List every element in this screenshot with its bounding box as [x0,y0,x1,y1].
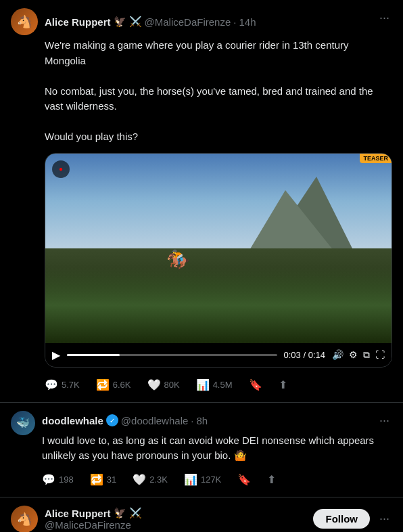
tweet-2: 🐳 doodlewhale ✓ @doodlewhale · 8h ··· I … [0,403,403,497]
like-action[interactable]: 🤍 80K [147,378,180,391]
tweet-2-like-icon: 🤍 [133,473,146,486]
tweet-3-display-name[interactable]: Alice Ruppert [45,508,111,519]
reply-action[interactable]: 💬 5.7K [45,378,80,391]
corner-badge: TEASER [360,154,392,163]
views-count: 4.5M [213,380,233,390]
avatar-alice-3[interactable]: 🐴 [11,506,38,533]
tweet-2-retweet-icon: 🔁 [90,473,103,486]
tweet-2-display-name[interactable]: doodlewhale [42,415,103,426]
tweet-2-views-action[interactable]: 📊 127K [184,473,221,486]
tweet-2-content: doodlewhale ✓ @doodlewhale · 8h ··· I wo… [42,411,392,489]
tweet-2-retweet-action[interactable]: 🔁 31 [90,473,116,486]
reply-count: 5.7K [62,380,80,390]
tweet-1-name-emoji: 🦅 [114,16,126,28]
share-action[interactable]: ⬆ [279,378,287,391]
tweet-2-meta-left: doodlewhale ✓ @doodlewhale · 8h [42,414,208,426]
tweet-1: 🐴 Alice Ruppert 🦅 ⚔️ @MaliceDaFirenze · … [0,0,403,403]
tweet-2-reply-action[interactable]: 💬 198 [42,473,74,486]
pip-icon[interactable]: ⧉ [363,349,370,361]
tweet-2-views-icon: 📊 [184,473,197,486]
share-icon: ⬆ [279,378,287,391]
follow-button[interactable]: Follow [313,509,370,529]
tweet-2-bookmark-action[interactable]: 🔖 [237,473,251,486]
avatar-alice-1[interactable]: 🐴 [11,8,38,35]
bookmark-action[interactable]: 🔖 [249,378,262,391]
reply-icon: 💬 [45,378,58,391]
tweet-2-like-action[interactable]: 🤍 2.3K [133,473,168,486]
like-count: 80K [164,380,180,390]
bookmark-icon: 🔖 [249,378,262,391]
tweet-2-username[interactable]: @doodlewhale [121,415,188,426]
tweet-1-more-button[interactable]: ··· [377,8,392,28]
tweet-1-body: We're making a game where you play a cou… [45,38,392,394]
tweet-1-name-emoji2: ⚔️ [129,16,142,28]
tweet-1-header-left: 🐴 Alice Ruppert 🦅 ⚔️ @MaliceDaFirenze · … [11,8,256,35]
tweet-3-more-button[interactable]: ··· [377,509,392,529]
mountain-2 [245,190,339,258]
retweet-action[interactable]: 🔁 6.6K [96,378,131,391]
video-icon-group: 🔊 ⚙ ⧉ ⛶ [332,349,385,361]
tweet-2-text: I would love to, as long as it can avoid… [42,433,392,464]
tweet-3-name-emoji: 🦅 [114,507,126,519]
fullscreen-icon[interactable]: ⛶ [375,349,385,360]
tweet-1-text: We're making a game where you play a cou… [45,38,392,145]
tweet-2-reply-icon: 💬 [42,473,55,486]
tweet-1-text-line2: No combat, just you, the horse(s) you've… [45,85,373,112]
progress-bar[interactable] [67,354,277,356]
tweet-2-actions: 💬 198 🔁 31 🤍 2.3K 📊 127K 🔖 [42,470,392,489]
like-icon: 🤍 [147,378,161,391]
avatar-doodle[interactable]: 🐳 [11,411,35,435]
video-thumbnail: 🏇 ● TEASER [45,154,392,343]
tweet-3: 🐴 Alice Ruppert 🦅 ⚔️ @MaliceDaFirenze Fo… [0,497,403,533]
views-icon: 📊 [196,378,210,391]
tweet-2-like-count: 2.3K [149,474,168,485]
rider-icon: 🏇 [166,248,190,271]
mountains-bg [45,182,392,258]
grass-overlay [45,267,392,343]
video-controls: ▶ 0:03 / 0:14 🔊 ⚙ ⧉ ⛶ [45,343,392,367]
video-scene: 🏇 [45,154,392,343]
tweet-2-reply-count: 198 [59,474,74,485]
tweet-3-username[interactable]: @MaliceDaFirenze [45,519,142,531]
tweet-2-share-action[interactable]: ⬆ [267,473,276,486]
tweet-3-user-block: Alice Ruppert 🦅 ⚔️ @MaliceDaFirenze Foll… [45,507,392,531]
tweet-1-user-info: Alice Ruppert 🦅 ⚔️ @MaliceDaFirenze · 14… [45,16,256,28]
tweet-2-meta: doodlewhale ✓ @doodlewhale · 8h ··· [42,411,392,430]
tweet-1-text-line1: We're making a game where you play a cou… [45,39,348,66]
retweet-icon: 🔁 [96,378,110,391]
tweet-2-share-icon: ⬆ [267,473,276,486]
video-player[interactable]: 🏇 ● TEASER ▶ 0:03 / 0:14 🔊 [45,153,392,368]
tweet-2-header: 🐳 doodlewhale ✓ @doodlewhale · 8h ··· I … [11,411,392,489]
record-icon: ● [52,160,70,178]
tweet-3-name-emoji2: ⚔️ [129,507,142,519]
tweet-2-bookmark-icon: 🔖 [237,473,251,486]
tweet-3-user-info: Alice Ruppert 🦅 ⚔️ @MaliceDaFirenze [45,507,142,531]
tweet-1-timestamp: 14h [239,16,256,28]
time-display: 0:03 / 0:14 [284,350,325,360]
tweet-2-more-button[interactable]: ··· [377,411,392,430]
views-action[interactable]: 📊 4.5M [196,378,233,391]
verified-badge: ✓ [106,414,118,426]
tweet-3-name-row: Alice Ruppert 🦅 ⚔️ [45,507,142,519]
tweet-1-header: 🐴 Alice Ruppert 🦅 ⚔️ @MaliceDaFirenze · … [11,8,392,35]
retweet-count: 6.6K [113,380,131,390]
tweet-2-retweet-count: 31 [107,474,116,485]
tweet-1-username[interactable]: @MaliceDaFirenze [145,16,231,28]
tweet-1-display-name[interactable]: Alice Ruppert [45,16,111,28]
play-button[interactable]: ▶ [52,349,60,361]
tweet-2-views-count: 127K [201,474,221,485]
progress-fill [67,354,120,356]
tweet-1-text-line3: Would you play this? [45,131,138,142]
settings-icon[interactable]: ⚙ [349,349,358,360]
volume-icon[interactable]: 🔊 [332,349,343,360]
tweet-3-header: 🐴 Alice Ruppert 🦅 ⚔️ @MaliceDaFirenze Fo… [11,506,392,533]
tweet-2-timestamp: 8h [196,415,208,426]
tweet-1-actions: 💬 5.7K 🔁 6.6K 🤍 80K 📊 4.5M 🔖 ⬆ [45,376,392,394]
